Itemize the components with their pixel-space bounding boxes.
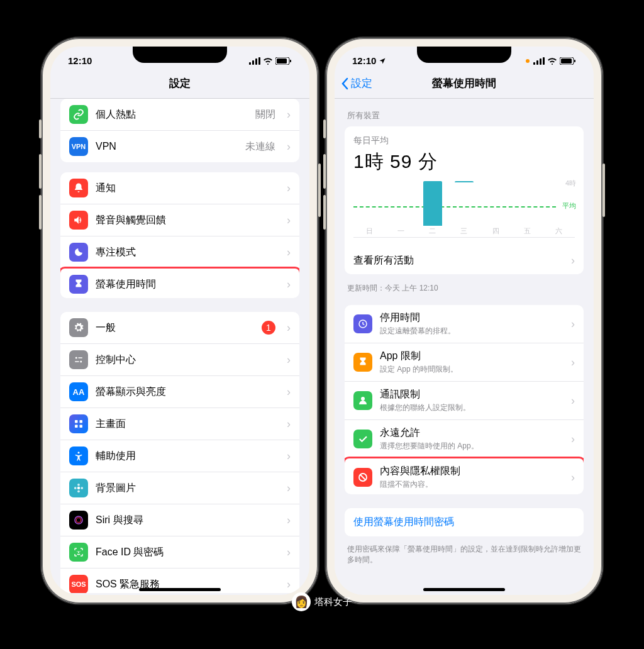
back-button[interactable]: 設定 [341,76,372,91]
faceid-icon [69,543,88,562]
svg-point-20 [80,487,83,489]
chevron-right-icon: › [571,471,575,484]
row-label: 主畫面 [96,418,275,431]
row-subtitle: 根據您的聯絡人設定限制。 [380,402,560,413]
svg-rect-33 [536,60,538,65]
row-label: 個人熱點 [96,108,248,121]
settings-row-home[interactable]: 主畫面 › [60,408,299,440]
settings-row-general[interactable]: 一般 1 › [60,312,299,344]
mic-indicator-icon [526,59,530,63]
settings-row-faceid[interactable]: Face ID 與密碼 › [60,536,299,569]
chevron-right-icon: › [571,318,575,331]
flower-icon [69,479,88,497]
speaker-icon [69,211,88,230]
gear-icon [69,318,88,337]
chevron-right-icon: › [287,546,291,559]
see-all-activity-row[interactable]: 查看所有活動 › [345,247,584,274]
link-icon [69,105,88,124]
hourglass-icon [69,275,88,294]
row-label: App 限制 [380,350,560,363]
svg-point-22 [76,518,81,523]
chevron-right-icon: › [287,514,291,527]
svg-rect-35 [543,57,545,65]
svg-rect-32 [533,62,535,65]
row-label: 背景圖片 [96,482,275,495]
settings-row-siri[interactable]: Siri 與搜尋 › [60,504,299,536]
settings-row-vpn[interactable]: VPN VPN 未連線 › [60,131,299,162]
battery-icon [275,57,292,65]
bell-icon [69,179,88,197]
settings-row-screen-time[interactable]: 螢幕使用時間 › [60,267,299,298]
side-button [39,154,42,189]
toggles-icon [69,350,88,369]
row-label: 聲音與觸覺回饋 [96,214,275,227]
side-button [323,154,326,189]
svg-point-17 [77,484,80,486]
notification-badge: 1 [262,321,275,335]
svg-point-9 [80,361,82,363]
chevron-right-icon: › [571,254,575,267]
battery-icon [560,57,576,65]
row-label: 通知 [96,182,275,195]
settings-row-display[interactable]: AA 螢幕顯示與亮度 › [60,376,299,408]
settings-row-notifications[interactable]: 通知 › [60,172,299,204]
home-indicator[interactable] [139,588,221,591]
row-label: 永遠允許 [380,426,560,440]
option-app-limits[interactable]: App 限制 設定 App 的時間限制。 › [345,343,584,382]
chevron-right-icon: › [287,450,291,463]
svg-rect-5 [277,58,287,64]
home-indicator[interactable] [423,588,505,591]
settings-row-accessibility[interactable]: 輔助使用 › [60,440,299,472]
row-label: 專注模式 [96,246,275,259]
row-label: 輔助使用 [96,450,275,463]
watermark-icon: 👩 [292,592,311,611]
page-title: 設定 [169,76,191,91]
passcode-footer-text: 使用密碼來保障「螢幕使用時間」的設定，並在達到限制時允許增加更多時間。 [335,540,594,569]
chevron-right-icon: › [287,182,291,195]
chevron-right-icon: › [287,246,291,259]
daily-average-label: 每日平均 [353,135,575,147]
no-entry-icon [353,468,372,487]
svg-rect-3 [258,57,260,65]
location-icon [379,57,386,65]
clock-icon [353,314,372,333]
row-value: 未連線 [245,140,275,153]
chevron-right-icon: › [287,418,291,431]
chevron-right-icon: › [287,214,291,227]
svg-rect-34 [540,58,541,65]
phone-left: 12:10 設定 個人熱點 關閉 › [42,38,318,604]
side-button [39,119,42,138]
wifi-icon [263,57,273,65]
side-button [323,195,326,230]
settings-row-wallpaper[interactable]: 背景圖片 › [60,472,299,504]
sos-icon: SOS [69,575,88,593]
row-label: 查看所有活動 [353,254,560,267]
svg-rect-37 [561,58,572,64]
option-content-privacy[interactable]: 內容與隱私權限制 阻擋不當內容。 › [345,457,584,494]
notch [417,47,511,63]
svg-rect-2 [255,58,257,65]
row-label: 控制中心 [96,353,275,367]
phone-right: 12:10 設定 螢幕使用時間 所有裝置 [326,38,602,604]
row-label: 通訊限制 [380,388,560,401]
chevron-right-icon: › [287,108,291,121]
row-subtitle: 設定 App 的時間限制。 [380,364,560,375]
settings-row-hotspot[interactable]: 個人熱點 關閉 › [60,99,299,131]
use-passcode-link[interactable]: 使用螢幕使用時間密碼 [345,508,584,536]
settings-row-sounds[interactable]: 聲音與觸覺回饋 › [60,204,299,236]
side-button [602,164,605,217]
wifi-icon [547,57,557,65]
settings-row-focus[interactable]: 專注模式 › [60,236,299,269]
settings-row-control-center[interactable]: 控制中心 › [60,344,299,376]
row-label: VPN [96,141,238,152]
option-always-allowed[interactable]: 永遠允許 選擇您想要隨時使用的 App。 › [345,420,584,458]
chevron-right-icon: › [287,321,291,335]
watermark-text: 塔科女子 [314,596,352,608]
option-communication[interactable]: 通訊限制 根據您的聯絡人設定限制。 › [345,382,584,420]
option-downtime[interactable]: 停用時間 設定遠離螢幕的排程。 › [345,305,584,343]
nav-header: 設定 [50,70,309,99]
chevron-right-icon: › [287,140,291,153]
svg-rect-11 [75,420,78,423]
svg-rect-6 [290,60,291,62]
svg-rect-13 [75,425,78,428]
